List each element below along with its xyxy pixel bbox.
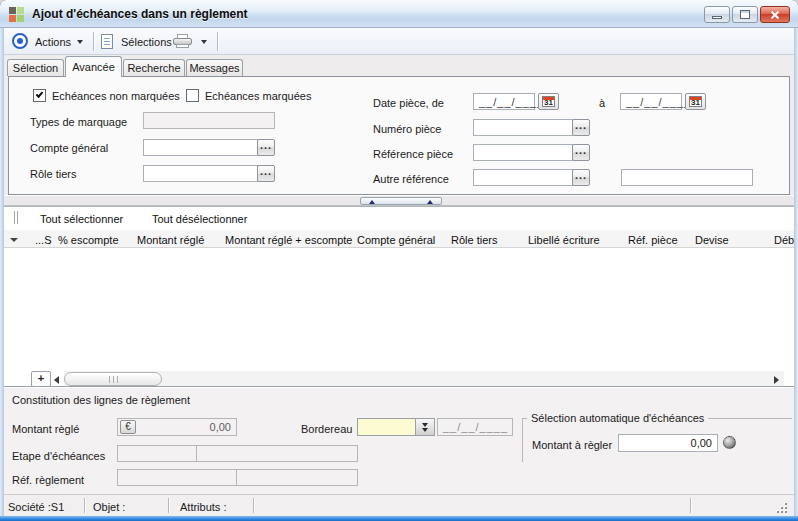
ref-reglement-label: Réf. règlement (12, 474, 84, 486)
restore-button[interactable] (732, 6, 758, 23)
gear-icon[interactable] (723, 436, 736, 449)
montant-a-regler-field[interactable]: 0,00 (618, 434, 718, 452)
minimize-icon (712, 16, 722, 19)
autre-reference-field-2[interactable] (621, 169, 753, 186)
column-header[interactable]: Montant réglé (137, 234, 204, 246)
status-divider (253, 498, 254, 513)
hscrollbar-track[interactable] (64, 371, 784, 386)
calendar-button-to[interactable]: 31 (685, 93, 706, 110)
date-piece-label: Date pièce, de (373, 97, 444, 109)
types-marquage-label: Types de marquage (30, 116, 127, 128)
actions-button[interactable]: Actions (35, 36, 71, 48)
calendar-button-from[interactable]: 31 (538, 93, 559, 110)
checkbox-non-marquees-label: Echéances non marquées (52, 90, 180, 102)
bordereau-label: Bordereau (301, 423, 352, 435)
column-header[interactable]: Montant réglé + escompte (225, 234, 353, 246)
toolbar-separator (93, 32, 94, 51)
checkmark-icon (36, 90, 44, 98)
window-frame-bottom (0, 516, 798, 521)
tab-recherche[interactable]: Recherche (123, 59, 185, 76)
resize-grip[interactable] (777, 503, 789, 515)
hscrollbar-thumb[interactable] (64, 372, 162, 386)
numero-piece-browse-button[interactable]: ... (572, 119, 590, 136)
window-title: Ajout d'échéances dans un règlement (32, 7, 248, 21)
euro-icon: € (120, 420, 136, 434)
reference-piece-browse-button[interactable]: ... (572, 144, 590, 161)
tab-messages[interactable]: Messages (186, 59, 243, 76)
tab-avancee-label: Avancée (72, 61, 115, 73)
montant-a-regler-value: 0,00 (691, 437, 712, 449)
row-selector-dropdown-icon[interactable] (10, 238, 18, 242)
tab-selection[interactable]: Sélection (7, 59, 64, 76)
print-chevron-down-icon[interactable] (201, 40, 207, 44)
autre-reference-field[interactable] (473, 169, 573, 186)
grid-toolbar-grip (14, 211, 18, 224)
types-marquage-field (143, 112, 275, 129)
tab-avancee[interactable]: Avancée (65, 56, 122, 77)
reference-piece-label: Référence pièce (373, 148, 453, 160)
window-frame-left (0, 28, 4, 516)
column-header[interactable]: Débit (774, 234, 794, 246)
minimize-button[interactable] (704, 6, 730, 23)
status-divider (84, 498, 85, 513)
compte-general-field[interactable] (143, 139, 258, 156)
app-icon (9, 6, 25, 22)
date-mask: __/__/____ (443, 421, 508, 433)
column-header[interactable]: Rôle tiers (451, 234, 497, 246)
montant-regle-label: Montant règlé (12, 423, 79, 435)
column-header[interactable]: ...S (35, 234, 52, 246)
column-header[interactable]: Compte général (357, 234, 435, 246)
numero-piece-label: Numéro pièce (373, 123, 441, 135)
document-icon[interactable] (101, 34, 113, 49)
add-row-button[interactable]: + (31, 371, 51, 386)
splitter-collapse-handle[interactable] (360, 197, 442, 205)
date-piece-to-field[interactable]: __/__/____ (620, 93, 682, 110)
scroll-right-icon[interactable] (774, 376, 779, 384)
select-all-button[interactable]: Tout sélectionner (40, 213, 123, 225)
bullseye-icon[interactable] (12, 33, 28, 49)
close-button[interactable] (760, 6, 790, 23)
printer-icon[interactable] (173, 34, 193, 49)
restore-icon (740, 10, 750, 19)
constitution-title: Constitution des lignes de règlement (12, 394, 190, 406)
column-header[interactable]: % escompte (58, 234, 119, 246)
column-header[interactable]: Devise (695, 234, 729, 246)
column-header[interactable]: Réf. pièce (628, 234, 678, 246)
compte-general-browse-button[interactable]: ... (257, 139, 275, 156)
ref-reglement-field-1 (117, 469, 237, 486)
calendar-icon: 31 (689, 96, 702, 107)
autre-reference-browse-button[interactable]: ... (572, 169, 590, 186)
tab-messages-label: Messages (189, 62, 239, 74)
chevron-down-icon[interactable] (77, 40, 83, 44)
scroll-left-icon[interactable] (54, 376, 59, 384)
role-tiers-browse-button[interactable]: ... (257, 165, 275, 182)
reference-piece-field[interactable] (473, 144, 573, 161)
montant-regle-field: € 0,00 (117, 418, 237, 436)
checkbox-echeances-marquees[interactable] (186, 89, 199, 102)
collapse-up-icon (427, 200, 433, 204)
double-chevron-down-icon[interactable] (415, 419, 434, 435)
status-societe: Société :S1 (8, 501, 64, 513)
column-header[interactable]: Libellé écriture (528, 234, 600, 246)
deselect-all-button[interactable]: Tout désélectionner (152, 213, 247, 225)
status-attributs: Attributs : (180, 501, 226, 513)
tab-recherche-label: Recherche (127, 62, 180, 74)
selections-button[interactable]: Sélections (121, 36, 172, 48)
constitution-panel: Constitution des lignes de règlement Mon… (4, 386, 794, 494)
date-piece-from-field[interactable]: __/__/____ (473, 93, 535, 110)
checkbox-echeances-non-marquees[interactable] (33, 89, 46, 102)
window-frame-right (794, 28, 798, 516)
dialog-window: Ajout d'échéances dans un règlement Acti… (0, 0, 798, 521)
calendar-icon: 31 (542, 96, 555, 107)
splitter-bar (4, 195, 794, 206)
etape-echeances-field-2 (196, 445, 358, 462)
autre-reference-label: Autre référence (373, 173, 449, 185)
bordereau-combo[interactable] (357, 418, 435, 436)
role-tiers-field[interactable] (143, 165, 258, 182)
date-mask: __/__/____ (626, 96, 691, 108)
etape-echeances-field-1 (117, 445, 197, 462)
date-to-label: à (599, 97, 605, 109)
numero-piece-field[interactable] (473, 119, 573, 136)
titlebar[interactable]: Ajout d'échéances dans un règlement (0, 0, 798, 28)
bordereau-date-field: __/__/____ (437, 418, 513, 436)
